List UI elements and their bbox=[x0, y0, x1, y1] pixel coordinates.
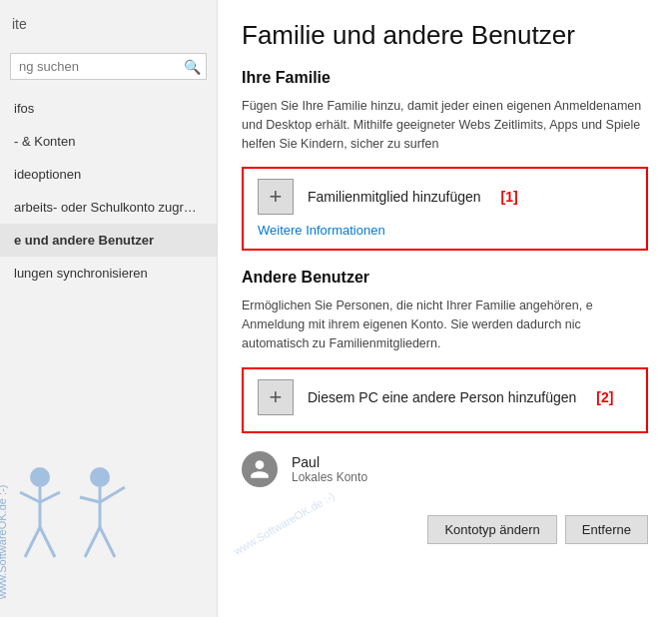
svg-line-10 bbox=[85, 527, 100, 557]
remove-button[interactable]: Entferne bbox=[565, 515, 648, 544]
add-other-button[interactable]: + bbox=[258, 379, 294, 415]
svg-point-6 bbox=[90, 467, 110, 487]
user-row-paul: Paul Lokales Konto bbox=[242, 443, 648, 493]
svg-line-9 bbox=[100, 487, 125, 502]
change-type-button[interactable]: Kontotyp ändern bbox=[427, 515, 556, 544]
family-section-description: Fügen Sie Ihre Familie hinzu, damit jede… bbox=[242, 97, 648, 153]
sidebar-nav: ifos - & Konten ideoptionen arbeits- ode… bbox=[0, 92, 217, 290]
svg-line-8 bbox=[80, 497, 100, 502]
other-badge: [2] bbox=[596, 389, 613, 405]
add-other-box: + Diesem PC eine andere Person hinzufüge… bbox=[242, 367, 648, 433]
add-family-row: + Familienmitglied hinzufügen [1] bbox=[258, 179, 632, 215]
other-section-title: Andere Benutzer bbox=[242, 269, 648, 287]
main-content: Familie und andere Benutzer Ihre Familie… bbox=[218, 0, 672, 617]
svg-point-0 bbox=[30, 467, 50, 487]
sidebar-back-area: ite bbox=[0, 0, 217, 47]
sidebar-item-schulkonto[interactable]: arbeits- oder Schulkonto zugreifen bbox=[0, 191, 217, 224]
sidebar-item-profos[interactable]: ifos bbox=[0, 92, 217, 125]
user-name-paul: Paul bbox=[292, 454, 367, 470]
sidebar-item-videooptions[interactable]: ideoptionen bbox=[0, 158, 217, 191]
sidebar-item-accounts[interactable]: - & Konten bbox=[0, 125, 217, 158]
family-section-title: Ihre Familie bbox=[242, 69, 648, 87]
avatar-paul bbox=[242, 451, 278, 487]
sidebar-item-sync[interactable]: lungen synchronisieren bbox=[0, 257, 217, 290]
svg-line-5 bbox=[40, 527, 55, 557]
add-family-button[interactable]: + bbox=[258, 179, 294, 215]
watermark-figures bbox=[10, 447, 140, 577]
add-family-label: Familienmitglied hinzufügen bbox=[308, 189, 481, 205]
add-other-label: Diesem PC eine andere Person hinzufügen bbox=[308, 389, 576, 405]
sidebar-search-container: 🔍 bbox=[10, 53, 207, 80]
sidebar: ite 🔍 ifos - & Konten ideoptionen arbeit… bbox=[0, 0, 218, 617]
user-type-paul: Lokales Konto bbox=[292, 470, 367, 484]
sidebar-back-label: ite bbox=[12, 16, 27, 32]
page-title: Familie und andere Benutzer bbox=[242, 20, 648, 51]
family-badge: [1] bbox=[501, 189, 518, 205]
watermark-text: www.SoftwareOK.de :-) bbox=[0, 485, 8, 599]
svg-line-4 bbox=[25, 527, 40, 557]
search-icon: 🔍 bbox=[184, 59, 201, 75]
bottom-buttons: Kontotyp ändern Entferne bbox=[242, 507, 648, 544]
other-section-description: Ermöglichen Sie Personen, die nicht Ihre… bbox=[242, 297, 648, 352]
add-family-box: + Familienmitglied hinzufügen [1] Weiter… bbox=[242, 167, 648, 251]
further-info-link[interactable]: Weitere Informationen bbox=[258, 223, 385, 238]
search-input[interactable] bbox=[10, 53, 207, 80]
svg-line-3 bbox=[40, 492, 60, 502]
svg-line-2 bbox=[20, 492, 40, 502]
sidebar-item-family[interactable]: e und andere Benutzer bbox=[0, 224, 217, 257]
svg-line-11 bbox=[100, 527, 115, 557]
add-other-row: + Diesem PC eine andere Person hinzufüge… bbox=[258, 379, 632, 415]
user-info-paul: Paul Lokales Konto bbox=[292, 454, 367, 484]
